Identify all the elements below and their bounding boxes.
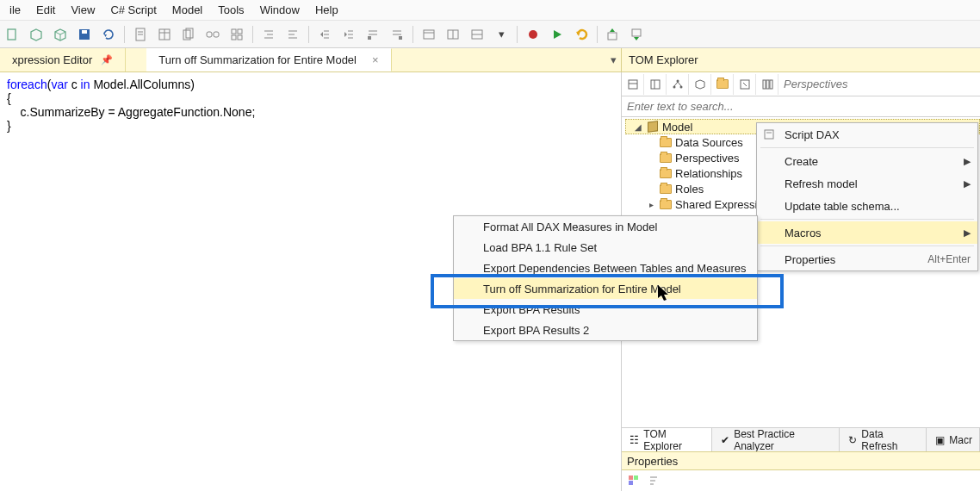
record-icon[interactable]: [523, 24, 543, 45]
indent-right-icon[interactable]: [282, 24, 303, 45]
import-icon[interactable]: [603, 24, 623, 45]
submenu-arrow-icon: ▶: [964, 156, 971, 167]
ctx-label: Macros: [785, 227, 822, 239]
menu-window[interactable]: Window: [252, 1, 307, 19]
editor-tabs: xpression Editor 📌 Turn off Summarizatio…: [0, 48, 621, 72]
refresh-icon[interactable]: [98, 24, 119, 45]
menu-csharp[interactable]: C# Script: [102, 1, 164, 19]
dropdown-icon[interactable]: ▾: [491, 24, 512, 45]
right-panel-header: TOM Explorer: [621, 48, 980, 72]
outdent-icon[interactable]: [314, 24, 335, 45]
svg-line-3: [55, 32, 60, 34]
ctx-label: Create: [785, 155, 818, 168]
macro-item[interactable]: Format All DAX Measures in Model: [454, 216, 757, 237]
indent-left-icon[interactable]: [258, 24, 279, 45]
grid-icon[interactable]: [226, 24, 247, 45]
context-menu: Script DAX Create ▶ Refresh model ▶ Upda…: [756, 122, 978, 271]
ctx-create[interactable]: Create ▶: [757, 150, 977, 172]
window1-icon[interactable]: [419, 24, 439, 45]
macro-item[interactable]: Export BPA Results: [454, 299, 757, 320]
close-icon[interactable]: ×: [372, 53, 379, 66]
cube-icon[interactable]: [26, 24, 47, 45]
submenu-arrow-icon: ▶: [964, 227, 971, 239]
collapse-icon[interactable]: ◢: [633, 122, 643, 132]
tab-overflow-icon[interactable]: ▾: [605, 48, 621, 71]
svg-rect-0: [8, 29, 16, 40]
props-title: Properties: [627, 455, 678, 468]
properties-toolbar: [622, 470, 980, 491]
filter-icon[interactable]: [734, 74, 756, 95]
menu-tools[interactable]: Tools: [210, 1, 251, 19]
ctx-properties[interactable]: Properties Alt+Enter: [757, 248, 977, 270]
macro-label: Load BPA 1.1 Rule Set: [483, 241, 597, 254]
perspectives-input[interactable]: [778, 74, 980, 95]
search-input[interactable]: [622, 96, 980, 117]
svg-rect-7: [82, 30, 87, 34]
folder-icon[interactable]: [711, 74, 734, 95]
categorize-icon[interactable]: [625, 473, 642, 488]
bottom-tab-bpa[interactable]: ✔ Best Practice Analyzer: [712, 428, 840, 451]
play-icon[interactable]: [547, 24, 568, 45]
svg-marker-33: [344, 32, 347, 37]
macro-item[interactable]: Load BPA 1.1 Rule Set: [454, 237, 757, 258]
ctx-label: Refresh model: [785, 177, 858, 190]
tab-label: xpression Editor: [12, 53, 92, 66]
expand-icon[interactable]: ▸: [646, 200, 656, 209]
sort-icon[interactable]: [646, 473, 663, 488]
svg-rect-58: [651, 80, 660, 89]
bottom-tab-refresh[interactable]: ↻ Data Refresh: [840, 428, 927, 451]
menu-file[interactable]: ile: [2, 1, 28, 19]
svg-rect-21: [232, 35, 236, 40]
ctx-update[interactable]: Update table schema...: [757, 195, 977, 217]
menu-edit[interactable]: Edit: [28, 1, 63, 19]
bottom-tab-tom[interactable]: ☷ TOM Explorer: [622, 428, 712, 451]
uncomment-icon[interactable]: [387, 24, 407, 45]
tab-expression-editor[interactable]: xpression Editor 📌: [0, 48, 126, 71]
svg-rect-54: [632, 29, 641, 36]
undo-icon[interactable]: [571, 24, 592, 45]
view-list-icon[interactable]: [622, 74, 644, 95]
new-icon[interactable]: [2, 24, 22, 45]
svg-marker-29: [320, 32, 323, 37]
svg-marker-51: [576, 31, 580, 36]
macro-item[interactable]: Export BPA Results 2: [454, 320, 757, 340]
tree-label: Roles: [675, 183, 704, 196]
tab-script[interactable]: Turn off Summarization for Entire Model …: [146, 48, 391, 71]
menu-model[interactable]: Model: [164, 1, 210, 19]
btab-label: Best Practice Analyzer: [734, 428, 832, 452]
svg-rect-69: [766, 80, 769, 89]
ctx-refresh[interactable]: Refresh model ▶: [757, 172, 977, 195]
copy-icon[interactable]: [178, 24, 199, 45]
doc-icon[interactable]: [130, 24, 151, 45]
columns-icon[interactable]: [756, 74, 778, 95]
hierarchy-icon[interactable]: [667, 74, 689, 95]
save-icon[interactable]: [74, 24, 95, 45]
macros-submenu: Format All DAX Measures in Model Load BP…: [453, 215, 758, 341]
svg-rect-56: [629, 80, 637, 89]
comment-icon[interactable]: [363, 24, 383, 45]
bottom-tab-macro[interactable]: ▣ Macr: [927, 428, 980, 451]
view-details-icon[interactable]: [644, 74, 667, 95]
folder-icon: [659, 136, 673, 148]
menu-help[interactable]: Help: [307, 1, 346, 19]
box-icon[interactable]: [50, 24, 71, 45]
window2-icon[interactable]: [443, 24, 463, 45]
table-icon[interactable]: [154, 24, 175, 45]
macro-item[interactable]: Export Dependencies Between Tables and M…: [454, 258, 757, 278]
svg-rect-22: [238, 35, 242, 40]
window3-icon[interactable]: [467, 24, 487, 45]
cube-view-icon[interactable]: [689, 74, 711, 95]
tree-icon: ☷: [629, 434, 640, 446]
menu-view[interactable]: View: [63, 1, 102, 19]
toolbar: ▾: [0, 21, 980, 48]
indent-icon[interactable]: [338, 24, 359, 45]
link-icon[interactable]: [202, 24, 223, 45]
ctx-macros[interactable]: Macros ▶: [757, 221, 977, 244]
ctx-script-dax[interactable]: Script DAX: [757, 123, 977, 146]
pin-icon[interactable]: 📌: [101, 54, 113, 65]
macro-item-highlighted[interactable]: Turn off Summarization for Entire Model: [454, 278, 757, 299]
export-icon[interactable]: [627, 24, 648, 45]
tree-label: Data Sources: [675, 136, 743, 149]
svg-line-64: [678, 82, 681, 86]
shortcut-label: Alt+Enter: [927, 253, 971, 265]
